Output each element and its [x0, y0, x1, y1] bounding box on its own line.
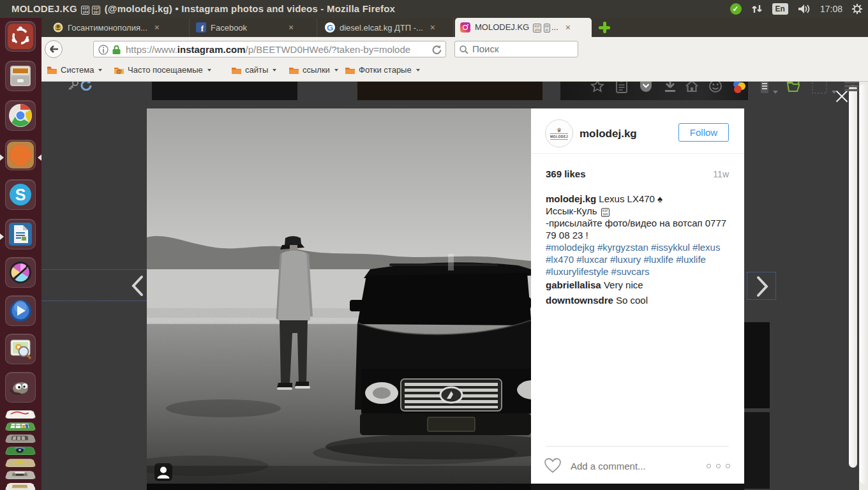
system-top-bar: MOLODEJ.KG 01F1F001F1EC (@molodej.kg) • …: [0, 0, 868, 18]
site-info-icon[interactable]: [98, 45, 108, 55]
launcher-item-skype[interactable]: S: [5, 179, 36, 210]
dimmed-thumbnail: [744, 412, 770, 489]
facebook-favicon: f: [196, 22, 206, 33]
new-tab-button[interactable]: [597, 20, 612, 34]
caption-username[interactable]: molodej.kg: [546, 193, 596, 204]
next-post-arrow[interactable]: [747, 272, 776, 300]
divider: [546, 446, 729, 447]
comment-row: gabriellalisa Very nice: [546, 279, 730, 290]
bookmark-folder-old-photos[interactable]: Фотки старые: [345, 65, 420, 75]
more-options-icon[interactable]: [707, 464, 730, 468]
tab-molodej-active[interactable]: MOLODEJ.KG 01F1F0D83C... ×: [455, 18, 592, 37]
chevron-left-icon: [130, 275, 145, 297]
skype-icon: S: [8, 182, 33, 207]
bookmark-folder-links[interactable]: ссылки: [288, 65, 338, 75]
search-icon: [460, 45, 468, 54]
likes-count[interactable]: 369 likes: [546, 168, 586, 179]
tab-facebook[interactable]: f Facebook ×: [191, 18, 317, 37]
dropdown-caret-icon[interactable]: [773, 85, 778, 96]
tab-label: Госантимонополия...: [68, 23, 147, 33]
launcher-item-stacked-download[interactable]: [4, 459, 36, 467]
caption-hashtags[interactable]: #molodejkg #kyrgyzstan #issykkul #lexus …: [546, 241, 730, 278]
https-lock-icon[interactable]: [112, 45, 121, 55]
search-bar[interactable]: [454, 41, 578, 57]
svg-text:G: G: [327, 23, 333, 33]
tagged-people-icon[interactable]: [154, 463, 172, 481]
follow-button[interactable]: Follow: [678, 123, 729, 142]
media-player-icon: [8, 298, 33, 323]
comment-username[interactable]: gabriellalisa: [546, 279, 601, 290]
launcher-item-stacked-calculator[interactable]: [4, 434, 36, 443]
launcher-item-media-player[interactable]: [5, 295, 36, 326]
avatar-logo-text: MOLODEJ: [550, 133, 568, 140]
flag-emoji-box-icon: 01F1EC: [92, 6, 100, 15]
back-arrow-icon: [49, 45, 59, 54]
instagram-post-photo[interactable]: [147, 108, 531, 484]
add-comment-row: [544, 454, 730, 477]
url-bar[interactable]: https://www.instagram.com/p/BEETWD0HWe6/…: [93, 41, 446, 57]
previous-post-arrow[interactable]: [130, 275, 145, 299]
bookmark-folder-sites[interactable]: сайты: [231, 65, 276, 75]
caption-text: -присылайте фото/видео на вотсап 0777 79…: [546, 218, 726, 241]
firefox-tab-strip: Госантимонополия... × f Facebook × G die…: [41, 18, 868, 37]
launcher-item-stacked-draw[interactable]: [4, 410, 36, 419]
dropdown-caret-icon[interactable]: [832, 85, 837, 96]
avatar[interactable]: ♛ MOLODEJ: [545, 119, 573, 147]
launcher-item-chrome[interactable]: [5, 100, 36, 131]
reload-icon[interactable]: [432, 45, 442, 54]
volume-icon[interactable]: [797, 4, 811, 14]
add-comment-input[interactable]: [571, 461, 679, 471]
tab-close-icon[interactable]: ×: [288, 22, 294, 33]
bookmark-folder-frequent[interactable]: @ Часто посещаемые: [114, 65, 211, 75]
bookmark-folder-sistema[interactable]: Система: [47, 65, 102, 75]
launcher-item-stacked-media[interactable]: [4, 447, 36, 455]
launcher-item-writer[interactable]: [5, 219, 36, 249]
caret-down-icon: [273, 69, 276, 71]
skype-status-icon[interactable]: ✓: [730, 3, 742, 15]
file-cabinet-icon: [8, 63, 33, 89]
site-favicon: [53, 22, 63, 33]
window-scrollbar-thumb[interactable]: [860, 84, 867, 484]
caption-text: Иссык-Куль: [546, 205, 597, 216]
comment-text: Very nice: [604, 279, 643, 290]
chevron-right-icon: [755, 276, 770, 297]
caret-down-icon: [207, 69, 211, 71]
page-scrollbar-thumb[interactable]: [849, 85, 857, 468]
comment-username[interactable]: downtownsdre: [546, 295, 613, 306]
search-input[interactable]: [472, 43, 574, 54]
emoji-box-icon: 01F1F0: [533, 24, 541, 33]
tab-gosantimonopoly[interactable]: Госантимонополия... ×: [48, 18, 190, 37]
divider: [531, 153, 744, 154]
svg-text:f: f: [201, 24, 204, 33]
network-updown-icon[interactable]: [751, 4, 763, 14]
post-username[interactable]: molodej.kg: [580, 128, 637, 140]
caret-down-icon: [334, 69, 338, 71]
window-title-app: MOLODEJ.KG: [11, 3, 77, 14]
launcher-item-dash[interactable]: [5, 21, 36, 52]
back-button[interactable]: [45, 40, 63, 58]
running-indicator: [0, 154, 4, 161]
launcher-item-firefox[interactable]: [5, 140, 36, 170]
url-text: https://www.instagram.com/p/BEETWD0HWe6/…: [126, 44, 426, 55]
clock[interactable]: 17:08: [820, 4, 842, 14]
window-scrollbar-track[interactable]: [859, 82, 868, 490]
launcher-item-gimp[interactable]: [5, 372, 36, 403]
folder-icon: [288, 66, 299, 75]
folder-icon: [345, 66, 355, 75]
launcher-item-files[interactable]: [5, 61, 36, 91]
launcher-item-stacked-archive[interactable]: [4, 483, 36, 490]
launcher-item-image-viewer[interactable]: [5, 334, 36, 364]
session-gear-icon[interactable]: [851, 3, 863, 15]
launcher-item-stacked-calc-sheet[interactable]: [4, 422, 36, 431]
keyboard-layout-indicator[interactable]: En: [772, 3, 788, 15]
tab-diesel[interactable]: G diesel.elcat.kg ДТП -... ×: [320, 18, 454, 37]
launcher-item-krita[interactable]: [5, 257, 36, 288]
tab-close-icon[interactable]: ×: [565, 22, 571, 33]
like-heart-icon[interactable]: [544, 457, 562, 474]
bookmark-label: Фотки старые: [359, 65, 412, 75]
tab-close-icon[interactable]: ×: [154, 22, 160, 33]
svg-text:@: @: [116, 68, 122, 75]
tab-close-icon[interactable]: ×: [430, 22, 435, 33]
chrome-icon: [8, 103, 33, 128]
launcher-item-stacked-printer[interactable]: [4, 471, 36, 479]
